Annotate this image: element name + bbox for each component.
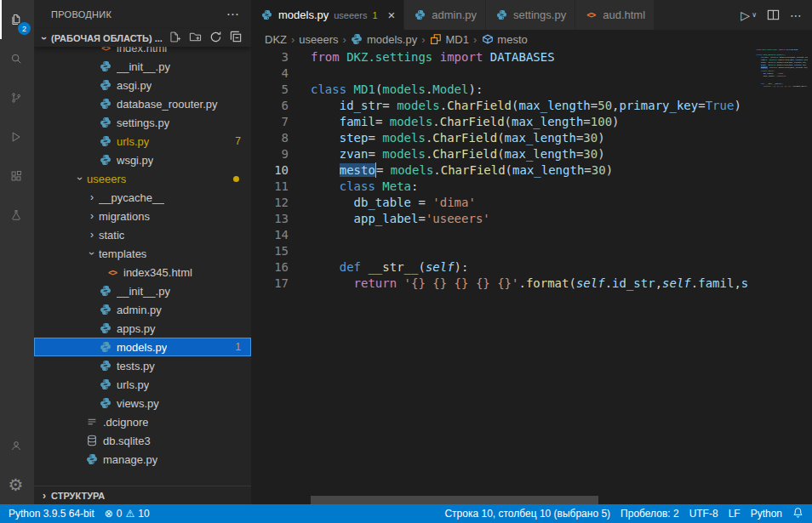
line-number: 16 <box>251 259 289 276</box>
code-line[interactable]: 11 class Meta: <box>251 179 812 195</box>
tree-item-index-html[interactable]: <>index.html <box>34 47 251 57</box>
tree-item-tests-py[interactable]: tests.py <box>34 356 251 375</box>
code-line[interactable]: 15 <box>251 243 812 259</box>
status-python-interpreter[interactable]: Python 3.9.5 64-bit <box>9 508 94 520</box>
tree-item-useeers[interactable]: ›useeers <box>34 169 251 188</box>
code-line[interactable]: 14 <box>251 227 812 243</box>
python-icon <box>99 134 112 148</box>
minimap[interactable]: from DKZ.settings import DATABASESclass … <box>752 48 808 504</box>
code-line[interactable]: 7 famil= models.CharField(max_length=100… <box>251 114 812 130</box>
problems-badge: 7 <box>235 135 251 147</box>
activity-explorer-button[interactable]: 2 <box>0 0 34 39</box>
modified-dot-icon <box>233 176 239 182</box>
status-language-mode[interactable]: Python <box>751 508 782 520</box>
breadcrumb-item-useeers[interactable]: useeers <box>299 33 338 46</box>
status-cursor-position[interactable]: Строка 10, столбец 10 (выбрано 5) <box>444 508 610 520</box>
status-problems[interactable]: ⊗0⚠10 <box>105 508 150 520</box>
tree-item-label: admin.py <box>117 304 162 316</box>
code-line[interactable]: 10 mesto= models.CharField(max_length=30… <box>251 162 812 179</box>
activity-source-control-button[interactable] <box>0 78 34 117</box>
workspace-section-header[interactable]: › (РАБОЧАЯ ОБЛАСТЬ) ... <box>34 29 251 47</box>
line-content <box>289 227 311 243</box>
html-icon: <> <box>106 265 119 279</box>
tree-item-urls-py[interactable]: urls.py7 <box>34 132 251 151</box>
tab-models-py[interactable]: models.pyuseeers1× <box>251 0 404 30</box>
tabs: models.pyuseeers1×admin.pysettings.py<>a… <box>251 0 655 30</box>
editor[interactable]: 3from DKZ.settings import DATABASES45cla… <box>251 48 812 504</box>
settings-gear-icon: ⚙ <box>9 478 23 492</box>
activity-run-debug-button[interactable] <box>0 117 34 156</box>
breadcrumb-item-models-py[interactable]: models.py <box>351 32 417 46</box>
run-button[interactable]: ▷∨ <box>741 9 757 22</box>
activity-account-button[interactable] <box>0 426 34 465</box>
activity-testing-button[interactable] <box>0 196 34 235</box>
code-line[interactable]: 16 def __str__(self): <box>251 259 812 276</box>
tree-item-migrations[interactable]: ›migrations <box>34 207 251 225</box>
tree-item-wsgi-py[interactable]: wsgi.py <box>34 151 251 169</box>
code-line[interactable]: 8 step= models.CharField(max_length=30) <box>251 130 812 146</box>
tab-settings-py[interactable]: settings.py <box>486 0 575 30</box>
source-control-icon <box>9 91 23 105</box>
tree-item-init-py[interactable]: __init__.py <box>34 57 251 76</box>
activity-settings-gear-button[interactable]: ⚙ <box>0 465 34 504</box>
line-number: 15 <box>251 243 289 259</box>
tree-item-admin-py[interactable]: admin.py <box>34 300 251 319</box>
tree-item-db-sqlite3[interactable]: db.sqlite3 <box>34 431 251 450</box>
code-line[interactable]: 13 app_label='useeers' <box>251 211 812 227</box>
activity-search-button[interactable] <box>0 39 34 78</box>
tree-item-index345-html[interactable]: <>index345.html <box>34 263 251 281</box>
split-editor-icon[interactable] <box>767 9 780 21</box>
breadcrumb-item-mesto[interactable]: mesto <box>481 32 527 46</box>
status-eol[interactable]: LF <box>729 508 741 520</box>
python-icon <box>413 9 426 22</box>
tree-item-label: useeers <box>87 173 126 185</box>
status-notifications[interactable] <box>792 507 803 520</box>
tab-aud-html[interactable]: <>aud.html <box>575 0 655 30</box>
outline-section-header[interactable]: › СТРУКТУРА <box>34 486 251 504</box>
python-icon <box>99 116 112 129</box>
breadcrumb: DKZ›useeers›models.py›MD1›mesto <box>251 30 812 48</box>
tree-item-database-roouter-py[interactable]: database_roouter.py <box>34 94 251 113</box>
tab-admin-py[interactable]: admin.py <box>404 0 486 30</box>
tree-item-manage-py[interactable]: manage.py <box>34 450 251 469</box>
tree-item-init-py[interactable]: __init__.py <box>34 281 251 300</box>
code-area[interactable]: 3from DKZ.settings import DATABASES45cla… <box>251 48 812 504</box>
code-line[interactable]: 3from DKZ.settings import DATABASES <box>251 49 812 65</box>
close-icon[interactable]: × <box>388 9 396 21</box>
breadcrumb-item-dkz[interactable]: DKZ <box>265 33 287 46</box>
tree-item-templates[interactable]: ›templates <box>34 244 251 263</box>
tree-item-label: wsgi.py <box>117 154 153 167</box>
code-line[interactable]: 12 db_table = 'dima' <box>251 195 812 211</box>
tree-item-views-py[interactable]: views.py <box>34 394 251 412</box>
tree-item-label: index.html <box>117 47 167 54</box>
code-line[interactable]: 4 <box>251 65 812 82</box>
new-folder-icon[interactable] <box>189 31 202 45</box>
python-icon <box>260 9 273 22</box>
python-icon <box>99 340 112 354</box>
sidebar-more-button[interactable]: ⋯ <box>226 7 239 22</box>
collapse-all-icon[interactable] <box>230 31 243 45</box>
tree-item-settings-py[interactable]: settings.py <box>34 113 251 132</box>
status-encoding[interactable]: UTF-8 <box>689 508 718 520</box>
more-actions-button[interactable]: ⋯ <box>790 9 802 22</box>
tree-item-static[interactable]: ›static <box>34 225 251 244</box>
refresh-icon[interactable] <box>209 31 222 45</box>
horizontal-scrollbar[interactable] <box>311 496 598 504</box>
extensions-icon <box>9 169 23 183</box>
line-content <box>289 243 311 259</box>
tree-item-pycache[interactable]: ›__pycache__ <box>34 188 251 207</box>
tree-item-models-py[interactable]: models.py1 <box>34 338 251 356</box>
tree-item-dcignore[interactable]: .dcignore <box>34 412 251 431</box>
tree-item-asgi-py[interactable]: asgi.py <box>34 76 251 94</box>
tree-item-label: static <box>99 229 124 242</box>
code-line[interactable]: 9 zvan= models.CharField(max_length=30) <box>251 146 812 162</box>
code-line[interactable]: 5class MD1(models.Model): <box>251 82 812 98</box>
tree-item-urls-py[interactable]: urls.py <box>34 375 251 394</box>
code-line[interactable]: 17 return '{} {} {} {} {}'.format(self.i… <box>251 276 812 292</box>
code-line[interactable]: 6 id_str= models.CharField(max_length=50… <box>251 98 812 114</box>
status-indentation[interactable]: Пробелов: 2 <box>620 508 679 520</box>
tree-item-apps-py[interactable]: apps.py <box>34 319 251 338</box>
breadcrumb-item-md1[interactable]: MD1 <box>430 32 469 46</box>
activity-extensions-button[interactable] <box>0 156 34 196</box>
new-file-icon[interactable] <box>169 31 181 45</box>
